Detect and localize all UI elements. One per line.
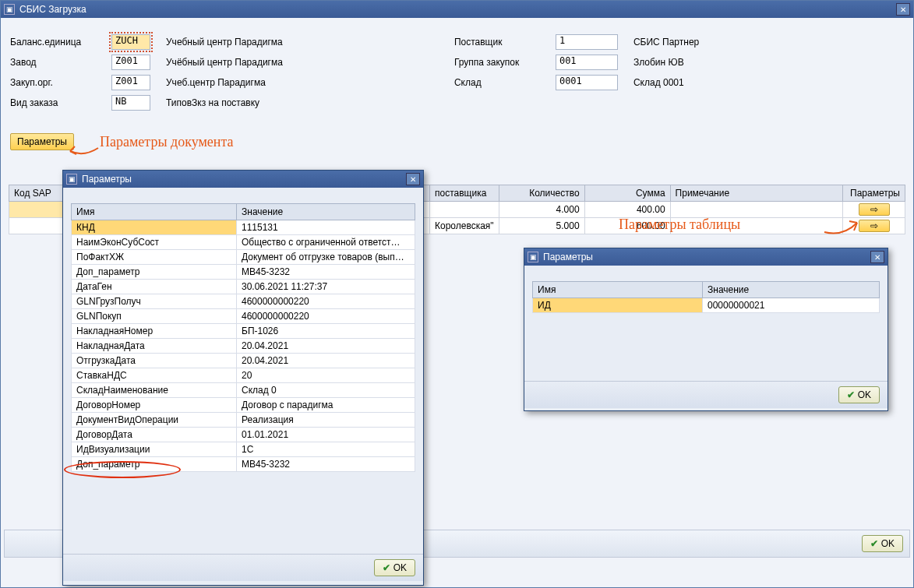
- main-titlebar[interactable]: ▣ СБИС Загрузка ✕: [1, 1, 913, 18]
- form-input[interactable]: 1: [556, 34, 618, 50]
- param-value[interactable]: 4600000000220: [237, 309, 415, 324]
- cell-qty[interactable]: 5.000: [499, 218, 584, 234]
- param-name[interactable]: ДатаГен: [72, 280, 237, 294]
- param-value[interactable]: Склад 0: [237, 383, 415, 398]
- param-value[interactable]: 1С: [237, 442, 415, 457]
- param-value[interactable]: БП-1026: [237, 324, 415, 339]
- col-supplier[interactable]: поставщика: [430, 185, 499, 202]
- form-input[interactable]: Z001: [111, 75, 150, 90]
- dialog1-col-value[interactable]: Значение: [237, 204, 415, 220]
- param-name[interactable]: ДоговорДата: [72, 428, 237, 442]
- form-label: Поставщик: [454, 37, 556, 48]
- param-row[interactable]: ДоговорНомерДоговор с парадигма: [72, 398, 415, 413]
- param-value[interactable]: Общество с ограниченной ответст…: [237, 235, 415, 250]
- param-name[interactable]: ДокументВидОперации: [72, 413, 237, 428]
- param-name[interactable]: НакладнаяДата: [72, 339, 237, 354]
- param-row[interactable]: СкладНаименованиеСклад 0: [72, 383, 415, 398]
- param-name[interactable]: ОтгрузкаДата: [72, 354, 237, 368]
- param-row[interactable]: НакладнаяДата20.04.2021: [72, 339, 415, 354]
- param-value[interactable]: 20: [237, 368, 415, 383]
- param-row[interactable]: GLNГрузПолуч4600000000220: [72, 294, 415, 309]
- param-row[interactable]: ИД00000000021: [533, 298, 880, 313]
- param-name[interactable]: НакладнаяНомер: [72, 324, 237, 339]
- main-ok-button[interactable]: ✔OK: [862, 535, 903, 552]
- dialog2-col-name[interactable]: Имя: [533, 282, 703, 298]
- param-row[interactable]: Доп_параметрМВ45-3232: [72, 265, 415, 280]
- param-value[interactable]: 30.06.2021 11:27:37: [237, 280, 415, 294]
- param-name[interactable]: GLNПокуп: [72, 309, 237, 324]
- param-name[interactable]: ПоФактХЖ: [72, 250, 237, 265]
- form-row: Баланс.единицаZUCHУчебный центр Парадигм…: [10, 33, 283, 51]
- header-form: Баланс.единицаZUCHУчебный центр Парадигм…: [10, 33, 904, 111]
- param-row[interactable]: СтавкаНДС20: [72, 368, 415, 383]
- close-icon[interactable]: ✕: [870, 251, 884, 263]
- close-icon[interactable]: ✕: [406, 173, 420, 185]
- cell-supplier[interactable]: [430, 202, 499, 218]
- col-qty[interactable]: Количество: [499, 185, 584, 202]
- param-value[interactable]: 20.04.2021: [237, 354, 415, 368]
- param-value[interactable]: МВ45-3232: [237, 265, 415, 280]
- param-value[interactable]: 4600000000220: [237, 294, 415, 309]
- param-row[interactable]: КНД1115131: [72, 220, 415, 235]
- param-row[interactable]: ДокументВидОперацииРеализация: [72, 413, 415, 428]
- cell-sum[interactable]: 600.00: [584, 218, 670, 234]
- cell-code[interactable]: [9, 202, 64, 218]
- col-sum[interactable]: Сумма: [584, 185, 670, 202]
- dialog1-footer: ✔OK: [63, 554, 423, 581]
- cell-supplier[interactable]: Королевская": [430, 218, 499, 234]
- param-name[interactable]: Доп_параметр: [72, 457, 237, 472]
- param-row[interactable]: GLNПокуп4600000000220: [72, 309, 415, 324]
- param-name[interactable]: ИдВизуализации: [72, 442, 237, 457]
- cell-qty[interactable]: 4.000: [499, 202, 584, 218]
- param-row[interactable]: НакладнаяНомерБП-1026: [72, 324, 415, 339]
- param-row[interactable]: ОтгрузкаДата20.04.2021: [72, 354, 415, 368]
- param-row[interactable]: ДоговорДата01.01.2021: [72, 428, 415, 442]
- param-name[interactable]: GLNГрузПолуч: [72, 294, 237, 309]
- dialog1-titlebar[interactable]: ▣ Параметры ✕: [63, 171, 423, 188]
- dialog1-table: Имя Значение КНД1115131НаимЭконСубСостОб…: [71, 203, 415, 472]
- check-icon: ✔: [847, 389, 855, 400]
- form-input[interactable]: Z001: [111, 55, 150, 70]
- param-row[interactable]: ИдВизуализации1С: [72, 442, 415, 457]
- param-value[interactable]: 01.01.2021: [237, 428, 415, 442]
- param-row[interactable]: НаимЭконСубСостОбщество с ограниченной о…: [72, 235, 415, 250]
- param-row[interactable]: Доп_параметрМВ45-3232: [72, 457, 415, 472]
- param-name[interactable]: СкладНаименование: [72, 383, 237, 398]
- params-button[interactable]: Параметры: [10, 133, 74, 150]
- param-row[interactable]: ПоФактХЖДокумент об отгрузке товаров (вы…: [72, 250, 415, 265]
- param-name[interactable]: СтавкаНДС: [72, 368, 237, 383]
- row-params-button[interactable]: ⇨: [859, 220, 890, 232]
- col-params[interactable]: Параметры: [843, 185, 905, 202]
- close-icon[interactable]: ✕: [896, 3, 910, 16]
- row-params-button[interactable]: ⇨: [859, 203, 890, 216]
- param-value[interactable]: Договор с парадигма: [237, 398, 415, 413]
- dialog2-ok-button[interactable]: ✔OK: [838, 386, 880, 403]
- form-input[interactable]: 0001: [556, 75, 618, 90]
- dialog1-ok-button[interactable]: ✔OK: [374, 559, 415, 576]
- param-name[interactable]: НаимЭконСубСост: [72, 235, 237, 250]
- param-name[interactable]: ДоговорНомер: [72, 398, 237, 413]
- cell-code[interactable]: [9, 218, 64, 234]
- param-name[interactable]: ИД: [533, 298, 703, 313]
- param-row[interactable]: ДатаГен30.06.2021 11:27:37: [72, 280, 415, 294]
- param-value[interactable]: МВ45-3232: [237, 457, 415, 472]
- form-input[interactable]: 001: [556, 55, 618, 70]
- param-value[interactable]: 20.04.2021: [237, 339, 415, 354]
- cell-note[interactable]: [670, 202, 842, 218]
- dialog2-col-value[interactable]: Значение: [703, 282, 880, 298]
- dialog2-titlebar[interactable]: ▣ Параметры ✕: [524, 248, 888, 266]
- cell-note[interactable]: [670, 218, 842, 234]
- param-name[interactable]: Доп_параметр: [72, 265, 237, 280]
- form-input[interactable]: NB: [111, 95, 150, 111]
- form-input[interactable]: ZUCH: [111, 34, 150, 50]
- col-note[interactable]: Примечание: [670, 185, 842, 202]
- form-label: Группа закупок: [454, 57, 556, 68]
- param-value[interactable]: Реализация: [237, 413, 415, 428]
- param-name[interactable]: КНД: [72, 220, 237, 235]
- dialog1-col-name[interactable]: Имя: [72, 204, 237, 220]
- cell-sum[interactable]: 400.00: [584, 202, 670, 218]
- param-value[interactable]: 00000000021: [703, 298, 880, 313]
- param-value[interactable]: 1115131: [237, 220, 415, 235]
- param-value[interactable]: Документ об отгрузке товаров (вып…: [237, 250, 415, 265]
- col-code[interactable]: Код SAP: [9, 185, 64, 202]
